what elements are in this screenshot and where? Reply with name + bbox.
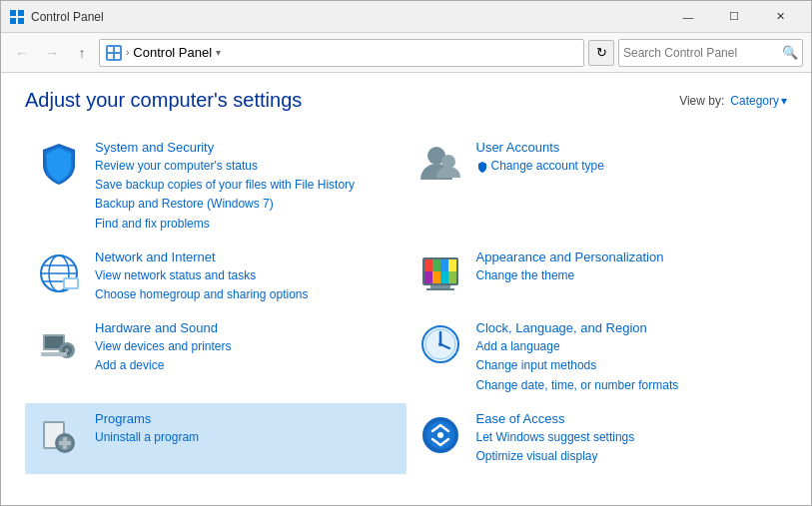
user-accounts-icon: [416, 140, 464, 188]
breadcrumb-chevron: ›: [126, 47, 129, 58]
programs-link-1[interactable]: Uninstall a program: [95, 428, 397, 447]
programs-title[interactable]: Programs: [95, 411, 397, 426]
clock-language-title[interactable]: Clock, Language, and Region: [476, 320, 778, 335]
search-icon[interactable]: 🔍: [782, 45, 798, 60]
clock-language-link-1[interactable]: Add a language: [476, 337, 778, 356]
ease-of-access-icon: [416, 411, 464, 459]
svg-rect-16: [65, 279, 77, 287]
view-by-label: View by:: [679, 94, 724, 108]
window-icon: [9, 9, 25, 25]
breadcrumb-end-chevron: ▾: [216, 47, 221, 58]
svg-rect-0: [10, 10, 16, 16]
system-security-text: System and Security Review your computer…: [95, 140, 397, 234]
svg-rect-25: [432, 271, 440, 283]
svg-rect-7: [115, 54, 120, 59]
system-security-link-2[interactable]: Save backup copies of your files with Fi…: [95, 176, 397, 195]
category-programs[interactable]: Programs Uninstall a program: [25, 403, 406, 474]
forward-button[interactable]: →: [39, 40, 65, 66]
ease-of-access-link-2[interactable]: Optimize visual display: [476, 447, 778, 466]
svg-rect-29: [426, 288, 454, 290]
ease-of-access-text: Ease of Access Let Windows suggest setti…: [476, 411, 778, 466]
maximize-button[interactable]: ☐: [711, 1, 757, 33]
category-appearance[interactable]: Appearance and Personalization Change th…: [406, 242, 788, 312]
system-security-link-3[interactable]: Backup and Restore (Windows 7): [95, 195, 397, 214]
address-path-icon: [106, 45, 122, 61]
back-button[interactable]: ←: [9, 40, 35, 66]
svg-rect-1: [18, 10, 24, 16]
close-button[interactable]: ✕: [757, 1, 803, 33]
svg-rect-46: [59, 441, 71, 445]
svg-rect-6: [108, 54, 113, 59]
category-clock-language[interactable]: Clock, Language, and Region Add a langua…: [406, 312, 788, 403]
user-accounts-title[interactable]: User Accounts: [476, 140, 778, 155]
svg-rect-3: [18, 18, 24, 24]
user-accounts-link-1[interactable]: Change account type: [476, 157, 778, 176]
appearance-icon: [416, 250, 464, 297]
programs-icon: [35, 411, 83, 459]
address-path[interactable]: › Control Panel ▾: [99, 39, 584, 67]
svg-rect-21: [432, 259, 440, 271]
address-bar: ← → ↑ › Control Panel ▾ ↻ 🔍: [1, 33, 811, 73]
window-controls: — ☐ ✕: [665, 1, 803, 33]
svg-rect-28: [430, 285, 450, 288]
search-input[interactable]: [623, 46, 782, 60]
hardware-sound-title[interactable]: Hardware and Sound: [95, 320, 397, 335]
svg-rect-24: [424, 271, 432, 283]
svg-point-9: [441, 155, 455, 169]
hardware-sound-link-2[interactable]: Add a device: [95, 356, 397, 375]
hardware-sound-text: Hardware and Sound View devices and prin…: [95, 320, 397, 375]
svg-rect-2: [10, 18, 16, 24]
svg-rect-17: [67, 287, 75, 289]
svg-rect-4: [108, 47, 113, 52]
ease-of-access-title[interactable]: Ease of Access: [476, 411, 778, 426]
page-title: Adjust your computer's settings: [25, 89, 302, 112]
clock-language-link-2[interactable]: Change input methods: [476, 356, 778, 375]
categories-grid: System and Security Review your computer…: [25, 132, 787, 474]
appearance-title[interactable]: Appearance and Personalization: [476, 250, 778, 264]
category-hardware-sound[interactable]: Hardware and Sound View devices and prin…: [25, 312, 406, 403]
category-system-security[interactable]: System and Security Review your computer…: [25, 132, 406, 242]
svg-point-34: [65, 348, 69, 352]
svg-rect-26: [440, 271, 448, 283]
page-header: Adjust your computer's settings View by:…: [25, 89, 787, 112]
view-by: View by: Category ▾: [679, 94, 787, 108]
category-user-accounts[interactable]: User Accounts Change account type: [406, 132, 788, 242]
appearance-link-1[interactable]: Change the theme: [476, 266, 778, 285]
svg-point-49: [437, 432, 443, 438]
view-by-dropdown[interactable]: Category ▾: [730, 94, 787, 108]
user-accounts-text: User Accounts Change account type: [476, 140, 778, 176]
system-security-link-4[interactable]: Find and fix problems: [95, 215, 397, 234]
hardware-sound-icon: [35, 320, 83, 368]
appearance-text: Appearance and Personalization Change th…: [476, 250, 778, 285]
breadcrumb-label: Control Panel: [133, 45, 212, 60]
network-internet-icon: [35, 250, 83, 297]
window-title: Control Panel: [31, 10, 665, 24]
hardware-sound-link-1[interactable]: View devices and printers: [95, 337, 397, 356]
category-network-internet[interactable]: Network and Internet View network status…: [25, 242, 406, 312]
system-security-link-1[interactable]: Review your computer's status: [95, 157, 397, 176]
svg-rect-35: [41, 352, 67, 356]
programs-text: Programs Uninstall a program: [95, 411, 397, 447]
clock-language-link-3[interactable]: Change date, time, or number formats: [476, 376, 778, 395]
search-box[interactable]: 🔍: [618, 39, 803, 67]
svg-rect-22: [440, 259, 448, 271]
network-internet-title[interactable]: Network and Internet: [95, 250, 397, 264]
network-internet-link-2[interactable]: Choose homegroup and sharing options: [95, 285, 397, 304]
svg-rect-23: [448, 259, 456, 271]
ease-of-access-link-1[interactable]: Let Windows suggest settings: [476, 428, 778, 447]
network-internet-link-1[interactable]: View network status and tasks: [95, 266, 397, 285]
svg-point-40: [438, 342, 442, 346]
main-content: Adjust your computer's settings View by:…: [1, 73, 811, 506]
clock-language-icon: [416, 320, 464, 368]
minimize-button[interactable]: —: [665, 1, 711, 33]
system-security-icon: [35, 140, 83, 188]
network-internet-text: Network and Internet View network status…: [95, 250, 397, 304]
svg-rect-5: [115, 47, 120, 52]
up-button[interactable]: ↑: [69, 40, 95, 66]
refresh-button[interactable]: ↻: [588, 40, 614, 66]
clock-language-text: Clock, Language, and Region Add a langua…: [476, 320, 778, 395]
svg-rect-27: [448, 271, 456, 283]
svg-rect-20: [424, 259, 432, 271]
category-ease-of-access[interactable]: Ease of Access Let Windows suggest setti…: [406, 403, 788, 474]
system-security-title[interactable]: System and Security: [95, 140, 397, 155]
